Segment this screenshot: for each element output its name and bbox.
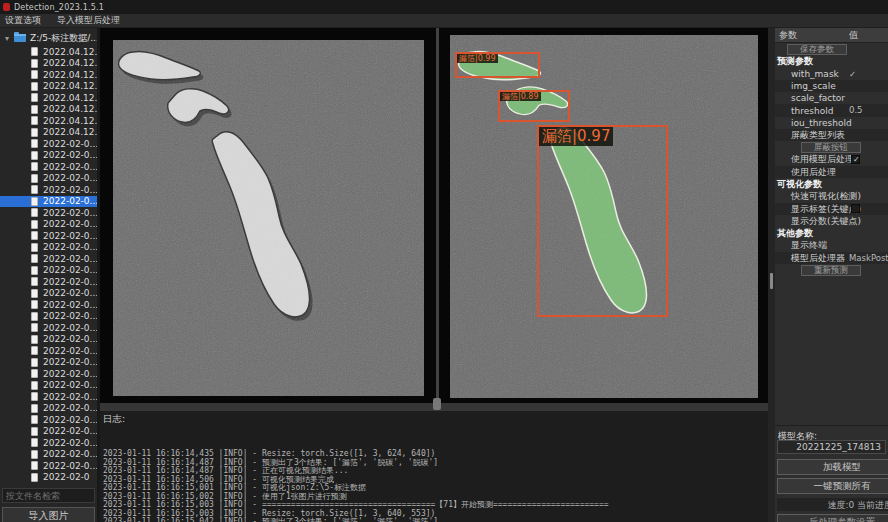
tree-item[interactable]: 2022-02-0... [0,276,97,288]
file-icon [31,404,38,413]
param-row: iou_threshold iou_threshold [775,117,888,129]
tree-item[interactable]: 2022-02-0... [0,150,97,162]
tree-item[interactable]: 2022-02-0... [0,426,97,438]
tree-item[interactable]: 2022-02-0... [0,207,97,219]
tree-item[interactable]: 2022-02-0... [0,414,97,426]
tree-item[interactable]: 2022-02-0... [0,173,97,185]
param-row: img_scale img_scale [775,80,888,92]
tree-item[interactable]: 2022-02-0... [0,334,97,346]
param-label: threshold [791,106,833,116]
import-images-button[interactable]: 导入图片 [2,507,95,522]
tree-item-label: 2022-02-0... [43,185,97,195]
title-bar: Detection_2023.1.5.1 [0,0,888,14]
param-row: 可视化参数 可视化参数 [775,178,888,190]
original-image-panel[interactable] [113,40,424,396]
file-icon [31,450,38,459]
param-column-header: 参数 [779,29,849,42]
tree-item[interactable]: 2022-02-0... [0,184,97,196]
tree-item[interactable]: 2022-02-0... [0,288,97,300]
caret-down-icon[interactable]: ▾ [5,34,13,43]
tree-item-label: 2022.04.12... [43,104,97,114]
image-viewer-area: 漏箔|0.99 漏箔|0.89 漏箔|0.97 [100,28,768,403]
tree-item[interactable]: 2022-02-0... [0,368,97,380]
tree-item-label: 2022-02-0... [43,426,97,436]
param-value[interactable]: MaskPostPro [849,253,888,263]
file-icon [31,162,38,171]
tree-item[interactable]: 2022-02-0 [0,472,97,484]
tree-item[interactable]: 2022-02-0... [0,196,97,208]
file-icon [31,427,38,436]
file-icon [31,139,38,148]
tree-item[interactable]: 2022-02-0... [0,299,97,311]
file-icon [31,93,38,102]
tree-item-label: 2022-02-0... [43,403,97,413]
detection-box: 漏箔|0.97 [537,125,668,317]
file-icon [31,128,38,137]
param-checkbox[interactable] [851,155,860,164]
tree-item[interactable]: 2022.04.12... [0,104,97,116]
detection-box: 漏箔|0.99 [455,52,540,78]
menu-item[interactable]: 导入模型后处理 [57,14,120,27]
tree-item[interactable]: 2022-02-0... [0,138,97,150]
tree-item[interactable]: 2022-02-0... [0,230,97,242]
tree-item[interactable]: 2022-02-0... [0,345,97,357]
predict-all-button[interactable]: 一键预测所有 [777,478,888,494]
tree-item[interactable]: 2022-02-0... [0,253,97,265]
tree-item[interactable]: 2022-02-0... [0,311,97,323]
tree-item[interactable]: 2022.04.12... [0,46,97,58]
file-icon [31,358,38,367]
file-icon [31,266,38,275]
param-value[interactable]: ✓ [849,69,856,79]
tree-item[interactable]: 2022.04.12... [0,115,97,127]
tree-item[interactable]: 2022-02-0... [0,357,97,369]
viewer-panel-divider[interactable] [436,28,439,403]
tree-item[interactable]: 2022.04.12... [0,58,97,70]
param-row: 显示标签(关键点) 显示标签(关键点) [775,203,888,215]
param-checkbox[interactable] [851,204,860,213]
param-action-button[interactable]: 屏蔽按钮 [801,142,861,153]
tree-item-label: 2022-02-0... [43,323,97,333]
tree-item[interactable]: 2022-02-0... [0,437,97,449]
tree-item[interactable]: 2022-02-0... [0,322,97,334]
scrollbar-thumb[interactable] [770,273,773,289]
menu-item[interactable]: 设置选项 [5,14,41,27]
tree-item[interactable]: 2022-02-0... [0,242,97,254]
tree-item[interactable]: 2022-02-0... [0,403,97,415]
tree-item[interactable]: 2022-02-0... [0,380,97,392]
tree-item[interactable]: 2022.04.12... [0,92,97,104]
param-value[interactable]: 0.5 [849,105,863,115]
tree-item[interactable]: 2022-02-0... [0,219,97,231]
postprocess-settings-button[interactable]: 后处理参数设置 [777,514,888,522]
param-label: 预测参数 [777,55,813,68]
log-line: 2023-01-11 16:16:15,042 |INFO| - 预测出了3个结… [103,518,768,522]
tree-item[interactable]: 2022-02-0... [0,460,97,472]
param-action-button[interactable]: 重新预测 [801,265,861,276]
menu-bar: 设置选项导入模型后处理 [0,14,888,28]
tree-item[interactable]: 2022-02-0... [0,449,97,461]
tree-item[interactable]: 2022.04.12... [0,127,97,139]
param-label: 其他参数 [777,227,813,240]
right-splitter[interactable] [768,28,775,522]
param-row: 屏蔽按钮 屏蔽按钮 [775,141,888,153]
file-icon [31,197,38,206]
model-name-field[interactable] [777,440,886,454]
tree-item[interactable]: 2022.04.12... [0,69,97,81]
search-input[interactable] [2,488,95,503]
tree-item-label: 2022-02-0... [43,208,97,218]
tree-root-folder[interactable]: ▾ Z:/5-标注数据/... [0,32,97,44]
param-label: 模型后处理器 [791,252,845,265]
load-model-button[interactable]: 加载模型 [777,459,888,475]
file-icon [31,473,38,482]
tree-item-list: 2022.04.12... 2022.04.12... 2022.04.12..… [0,46,97,483]
tree-item[interactable]: 2022-02-0... [0,265,97,277]
param-row: 屏蔽类型列表 屏蔽类型列表 [775,129,888,141]
tree-item[interactable]: 2022-02-0... [0,391,97,403]
splitter-grip[interactable] [433,398,441,410]
tree-item[interactable]: 2022.04.12... [0,81,97,93]
file-icon [31,116,38,125]
prediction-image-panel[interactable]: 漏箔|0.99 漏箔|0.89 漏箔|0.97 [450,35,758,398]
log-line-list: 2023-01-11 16:16:14,435 |INFO| - Resize:… [103,425,768,522]
param-action-button[interactable]: 保存参数 [787,44,847,55]
file-icon [31,369,38,378]
tree-item[interactable]: 2022-02-0... [0,161,97,173]
